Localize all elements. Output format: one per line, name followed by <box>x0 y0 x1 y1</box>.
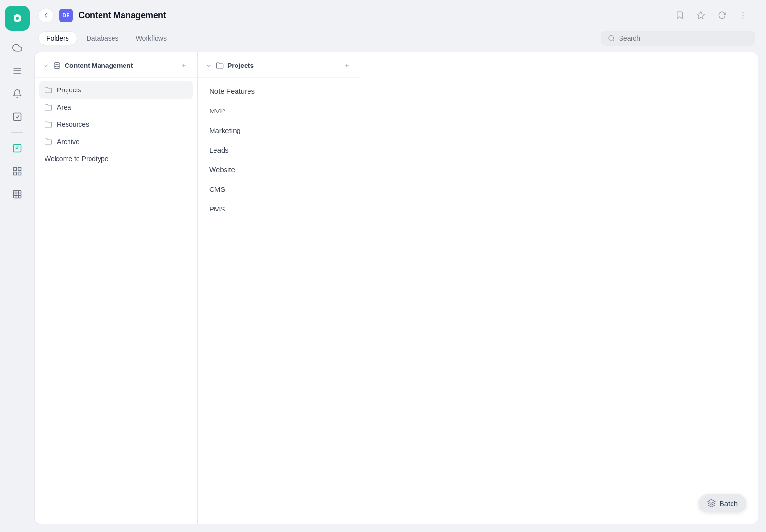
list-item[interactable]: Leads <box>202 140 356 160</box>
folder-icon <box>45 138 52 145</box>
svg-line-22 <box>613 40 614 41</box>
svg-rect-8 <box>14 168 17 171</box>
svg-rect-12 <box>14 191 21 198</box>
tabs-row: Folders Databases Workflows <box>34 31 758 46</box>
layers-icon <box>707 499 716 508</box>
tab-workflows[interactable]: Workflows <box>128 32 174 45</box>
list-item-label: CMS <box>209 185 225 193</box>
header-left: DE Content Management <box>38 8 166 23</box>
list-item[interactable]: Resources <box>39 116 193 133</box>
list-item-label: Projects <box>57 86 81 94</box>
list-item-label: MVP <box>209 107 225 115</box>
col-3: Batch <box>360 52 758 524</box>
list-item[interactable]: CMS <box>202 179 356 199</box>
svg-marker-17 <box>698 12 705 19</box>
svg-point-19 <box>743 15 743 16</box>
col-2-folder-icon <box>216 62 224 69</box>
page-title: Content Management <box>79 11 166 21</box>
star-icon-btn[interactable] <box>693 8 709 23</box>
batch-label: Batch <box>720 499 738 508</box>
col-1-header: Content Management <box>35 52 197 78</box>
refresh-icon-btn[interactable] <box>714 8 730 23</box>
list-item[interactable]: Area <box>39 99 193 116</box>
col-2-header: Projects <box>198 52 360 78</box>
list-item-label: Website <box>209 166 235 174</box>
list-item[interactable]: Website <box>202 160 356 179</box>
svg-rect-4 <box>14 113 21 121</box>
menu-icon-btn[interactable] <box>8 61 27 80</box>
svg-rect-10 <box>14 172 17 175</box>
bell-icon-btn[interactable] <box>8 84 27 103</box>
tab-databases[interactable]: Databases <box>79 32 126 45</box>
list-item[interactable]: Note Features <box>202 81 356 101</box>
content-panel: Content Management Projects <box>34 52 758 524</box>
col-2-title: Projects <box>227 62 337 69</box>
header: DE Content Management <box>34 8 758 31</box>
col-1-add-btn[interactable] <box>178 60 190 71</box>
svg-point-20 <box>743 18 743 19</box>
table-icon-btn[interactable] <box>8 185 27 204</box>
list-item-label: PMS <box>209 205 225 213</box>
col-2-items: Note Features MVP Marketing Leads Websit… <box>198 78 360 524</box>
list-item[interactable]: Archive <box>39 133 193 150</box>
folder-icon <box>45 86 52 94</box>
checkbox-icon-btn[interactable] <box>8 107 27 126</box>
col-2-chevron[interactable] <box>205 62 212 69</box>
svg-point-23 <box>54 62 60 64</box>
app-logo[interactable] <box>5 6 30 31</box>
layout-icon-btn[interactable] <box>8 162 27 181</box>
folder-icon <box>45 121 52 128</box>
list-item[interactable]: Marketing <box>202 121 356 140</box>
svg-point-21 <box>609 35 614 40</box>
divider <box>11 132 23 133</box>
svg-point-0 <box>16 17 19 20</box>
icon-bar <box>0 0 34 532</box>
col-2-add-btn[interactable] <box>341 60 352 71</box>
col-2: Projects Note Features MVP Marketing <box>198 52 360 524</box>
workspace-badge[interactable]: DE <box>59 9 73 22</box>
col-1: Content Management Projects <box>35 52 198 524</box>
search-icon <box>608 34 615 42</box>
batch-button[interactable]: Batch <box>698 494 746 512</box>
svg-point-18 <box>743 12 743 13</box>
col-1-items: Projects Area Reso <box>35 78 197 524</box>
col-1-chevron[interactable] <box>43 62 49 69</box>
list-item-label: Note Features <box>209 87 255 95</box>
list-item-label: Resources <box>57 121 89 128</box>
list-item-label: Leads <box>209 146 229 154</box>
list-item-label: Archive <box>57 138 79 145</box>
list-item[interactable]: Projects <box>39 81 193 99</box>
list-item-label: Welcome to Prodtype <box>45 155 109 163</box>
list-item[interactable]: Welcome to Prodtype <box>39 150 193 167</box>
header-right <box>672 8 751 23</box>
list-item-label: Area <box>57 103 71 111</box>
folder-icon <box>45 103 52 111</box>
back-button[interactable] <box>38 8 54 23</box>
more-icon-btn[interactable] <box>735 8 751 23</box>
svg-marker-28 <box>708 500 715 504</box>
svg-rect-11 <box>18 172 21 175</box>
main-area: DE Content Management <box>34 0 766 532</box>
col-1-db-icon <box>53 62 61 69</box>
list-item[interactable]: PMS <box>202 199 356 219</box>
search-bar[interactable] <box>601 31 755 46</box>
tab-folders[interactable]: Folders <box>38 31 77 45</box>
svg-rect-9 <box>18 168 21 171</box>
document-icon-btn[interactable] <box>8 139 27 158</box>
svg-rect-5 <box>14 145 21 152</box>
bookmark-icon-btn[interactable] <box>672 8 687 23</box>
list-item-label: Marketing <box>209 126 241 134</box>
search-input[interactable] <box>619 34 748 42</box>
list-item[interactable]: MVP <box>202 101 356 121</box>
cloud-icon-btn[interactable] <box>8 38 27 57</box>
col-1-title: Content Management <box>65 62 174 69</box>
